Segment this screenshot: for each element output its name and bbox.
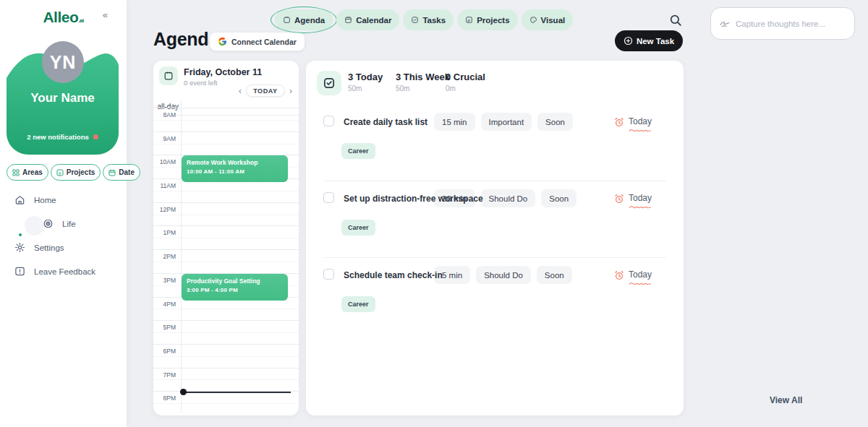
summary-duration: 0m	[446, 85, 485, 92]
filter-areas-button[interactable]: Areas	[7, 164, 48, 181]
tab-calendar[interactable]: Calendar	[336, 9, 399, 30]
user-name: Your Name	[7, 91, 119, 105]
new-task-button[interactable]: New Task	[615, 30, 683, 51]
calendar-header-icon	[159, 66, 178, 85]
task-due-label: Today	[629, 269, 652, 280]
hour-label: 8PM	[153, 394, 176, 402]
filter-label: Projects	[67, 168, 95, 176]
hour-label: 2PM	[153, 253, 176, 260]
event-title: Productivity Goal Setting	[187, 277, 283, 285]
plus-circle-icon	[624, 36, 633, 46]
alarm-clock-icon	[614, 194, 624, 204]
tasks-check-icon	[411, 16, 419, 24]
tab-tasks[interactable]: Tasks	[403, 9, 454, 30]
next-day-button[interactable]: ›	[289, 85, 292, 97]
hour-label: 8AM	[153, 111, 176, 118]
calendar-events-left: 0 event left	[184, 79, 217, 87]
due-squiggle-underline	[629, 129, 652, 132]
task-due-label: Today	[629, 193, 652, 203]
due-squiggle-underline	[629, 205, 652, 209]
hour-label: 9AM	[153, 135, 176, 142]
task-tag[interactable]: Career	[341, 220, 375, 236]
task-due[interactable]: Today	[614, 269, 652, 285]
tab-agenda[interactable]: Agenda	[275, 9, 333, 30]
task-row: Set up distraction-free workspace 30 min…	[306, 192, 684, 238]
connect-calendar-button[interactable]: Connect Calendar	[209, 32, 305, 51]
tab-label: Calendar	[356, 16, 391, 25]
calendar-nav: ‹ TODAY ›	[239, 85, 292, 97]
life-target-icon	[43, 218, 54, 229]
task-title: Set up distraction-free workspace	[344, 194, 483, 204]
task-due[interactable]: Today	[614, 193, 652, 209]
hour-row: 8AM	[153, 108, 299, 131]
task-priority-badge[interactable]: Should Do	[476, 266, 531, 284]
sidebar-item-life[interactable]: Life	[0, 212, 127, 236]
summary-label: 3 This Week	[396, 72, 450, 82]
task-priority-badge[interactable]: Should Do	[481, 189, 536, 207]
sidebar-collapse-icon[interactable]: «	[103, 9, 108, 20]
tab-visual[interactable]: Visual	[522, 9, 574, 30]
task-checkbox[interactable]	[323, 116, 334, 126]
tasks-header-icon	[317, 71, 341, 95]
today-button[interactable]: TODAY	[246, 85, 285, 97]
avatar: YN	[42, 41, 84, 83]
sidebar-item-settings[interactable]: Settings	[0, 236, 127, 259]
filter-date-button[interactable]: Date	[103, 164, 140, 181]
task-row: Create daily task list 15 min Important …	[306, 116, 684, 162]
app-root: Alleo.ai « YN Your Name 2 new notificati…	[0, 0, 868, 427]
logo-row: Alleo.ai «	[0, 9, 127, 30]
task-duration-badge[interactable]: 15 min	[434, 113, 475, 131]
sidebar-filters: Areas Projects Date	[7, 164, 121, 181]
calendar-event[interactable]: Productivity Goal Setting 3:00 PM - 4:00…	[182, 274, 288, 301]
task-schedule-badge[interactable]: Soon	[537, 113, 573, 131]
visual-palette-icon	[529, 16, 537, 24]
sidebar-item-leave-feedback[interactable]: Leave Feedback	[0, 259, 127, 283]
tab-label: Visual	[541, 16, 566, 25]
calendar-date-title: Friday, October 11	[184, 67, 262, 77]
hour-row: 9AM	[153, 131, 299, 155]
sidebar-item-label: Leave Feedback	[34, 267, 95, 276]
task-separator	[325, 181, 666, 181]
hour-row: 7PM	[153, 368, 299, 392]
task-schedule-badge[interactable]: Soon	[541, 189, 576, 207]
task-tag[interactable]: Career	[341, 143, 375, 159]
search-icon[interactable]	[669, 14, 682, 27]
prev-day-button[interactable]: ‹	[239, 85, 242, 97]
projects-icon	[56, 169, 64, 176]
calendar-icon	[109, 169, 116, 176]
hour-label: 12PM	[153, 206, 176, 213]
areas-grid-icon	[12, 169, 20, 176]
hour-row: 8PM	[153, 391, 299, 415]
calendar-icon	[344, 16, 352, 24]
hour-row: 12PM	[153, 202, 299, 226]
google-g-icon	[218, 37, 227, 46]
view-all-link[interactable]: View All	[770, 395, 802, 405]
notification-dot-icon	[93, 134, 98, 139]
home-icon	[14, 194, 25, 205]
connect-calendar-label: Connect Calendar	[231, 38, 297, 46]
hour-row: 1PM	[153, 225, 299, 249]
tab-projects[interactable]: Projects	[457, 9, 517, 30]
life-notification-dot	[19, 233, 22, 236]
task-title: Create daily task list	[344, 117, 427, 127]
task-checkbox[interactable]	[323, 269, 334, 280]
feedback-bubble-icon	[14, 266, 25, 277]
task-due[interactable]: Today	[614, 116, 652, 132]
alarm-clock-icon	[614, 270, 624, 280]
hour-row: 6PM	[153, 344, 299, 368]
task-priority-badge[interactable]: Important	[481, 113, 532, 131]
notifications-link[interactable]: 2 new notifications	[7, 133, 119, 141]
sidebar-item-home[interactable]: Home	[0, 188, 127, 212]
sidebar-item-label: Home	[34, 196, 56, 204]
task-tag[interactable]: Career	[341, 296, 375, 312]
capture-input[interactable]	[736, 20, 846, 28]
summary-crucial: 0 Crucial 0m	[446, 72, 485, 92]
calendar-event[interactable]: Remote Work Workshop 10:00 AM - 11:00 AM	[182, 155, 288, 182]
hour-row: 2PM	[153, 249, 299, 273]
profile-card: YN Your Name 2 new notifications	[7, 43, 119, 155]
hour-label: 1PM	[153, 229, 176, 236]
task-checkbox[interactable]	[323, 192, 334, 203]
task-schedule-badge[interactable]: Soon	[537, 266, 572, 284]
filter-projects-button[interactable]: Projects	[51, 164, 101, 181]
summary-today: 3 Today 50m	[348, 72, 383, 92]
